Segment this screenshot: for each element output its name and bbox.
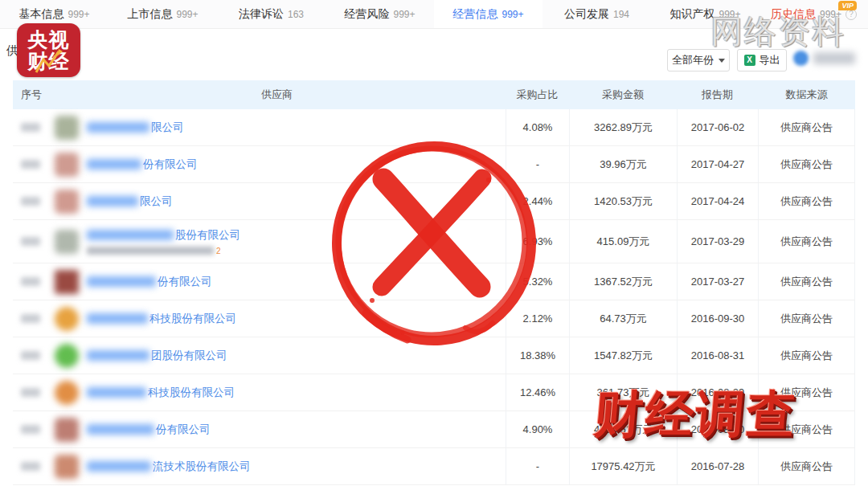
cctv-finance-logo: 央视 财经 [17, 23, 80, 77]
account-widget-blurred[interactable] [793, 51, 855, 66]
supplier-name-link[interactable]: 股份有限公司 [175, 228, 240, 243]
purchase-ratio-cell: 4.08% [506, 109, 569, 145]
tab-历史信息[interactable]: 历史信息 999+ VIP ? [760, 0, 868, 28]
index-blur [21, 123, 40, 132]
data-source-cell: 供应商公告 [758, 337, 855, 374]
company-logo-blurred [55, 270, 79, 294]
purchase-amount-cell: 1367.52万元 [569, 263, 677, 300]
tab-经营信息[interactable]: 经营信息 999+ [434, 0, 542, 28]
export-button[interactable]: X 导出 [737, 49, 787, 71]
row-logo [48, 230, 87, 254]
header-supplier: 供应商 [48, 88, 506, 102]
row-index-blurred [13, 351, 48, 360]
index-blur [21, 197, 40, 206]
tab-label: 上市信息 [127, 7, 172, 22]
report-period-cell: 2016-09-30 [677, 300, 758, 337]
tab-上市信息[interactable]: 上市信息 999+ [108, 0, 217, 28]
tab-bar: 基本信息 999+ 上市信息 999+ 法律诉讼 163 经营风险 999+ 经… [0, 0, 868, 29]
purchase-amount-cell: 3262.89万元 [569, 109, 677, 145]
table-row: 限公司 4.08% 3262.89万元 2017-06-02 供应商公告 [13, 109, 855, 146]
supplier-name-link[interactable]: 份有限公司 [158, 275, 212, 289]
supplier-name-link[interactable]: 科技股份有限公司 [149, 312, 236, 326]
table-row: 科技股份有限公司 2.12% 64.73万元 2016-09-30 供应商公告 [13, 300, 855, 337]
toolbar: 全部年份 X 导出 [0, 49, 868, 71]
report-period-cell: 2016-08-29 [677, 374, 758, 410]
tab-label: 历史信息 [771, 7, 816, 22]
index-blur [21, 277, 40, 286]
supplier-name-blur [87, 122, 149, 133]
purchase-ratio-cell: 18.38% [506, 337, 569, 374]
table-row: 限公司 2.44% 1420.53万元 2017-04-24 供应商公告 [13, 183, 855, 220]
report-period-cell: 2017-04-24 [677, 183, 758, 219]
supplier-name-link[interactable]: 限公司 [151, 120, 184, 135]
supplier-name-link[interactable]: 份有限公司 [143, 157, 198, 172]
supplier-name-cell: 科技股份有限公司 [87, 374, 506, 410]
data-source-cell: 供应商公告 [758, 374, 855, 410]
tab-法律诉讼[interactable]: 法律诉讼 163 [217, 0, 326, 28]
supplier-name-link[interactable]: 科技股份有限公司 [148, 386, 235, 400]
supplier-name-link[interactable]: 流技术股份有限公司 [153, 459, 251, 474]
supplier-name-blur [87, 159, 141, 169]
year-filter-dropdown[interactable]: 全部年份 [667, 49, 730, 71]
supplier-name-cell: 限公司 [87, 183, 506, 219]
header-index: 序号 [13, 88, 48, 102]
tab-label: 基本信息 [18, 7, 63, 22]
supplier-name-blur [87, 461, 151, 472]
supplier-name-cell: 流技术股份有限公司 [87, 448, 506, 484]
table-row: 科技股份有限公司 12.46% 361.73万元 2016-08-29 供应商公… [13, 374, 855, 411]
purchase-amount-cell: 415.09万元 [569, 220, 677, 263]
row-logo [48, 190, 87, 214]
supplier-name-cell: 科技股份有限公司 [87, 300, 506, 337]
supplier-table: 序号 供应商 采购占比 采购金额 报告期 数据来源 限公司 4.08% 3262… [13, 80, 855, 485]
company-logo-blurred [55, 307, 79, 331]
supplier-name-link[interactable]: 团股份有限公司 [151, 349, 227, 363]
report-period-cell: 2017-03-27 [677, 263, 758, 300]
company-logo-blurred [55, 230, 79, 254]
company-logo-blurred [55, 153, 79, 177]
purchase-ratio-cell: 4.90% [506, 411, 569, 447]
index-blur [21, 462, 40, 471]
year-filter-label: 全部年份 [672, 53, 714, 67]
vip-badge: VIP [838, 1, 857, 10]
row-index-blurred [13, 277, 48, 286]
supplier-name-blur [87, 276, 156, 287]
supplier-name-blur [87, 387, 146, 398]
table-row: 团股份有限公司 18.38% 1547.82万元 2016-08-31 供应商公… [13, 337, 855, 374]
index-blur [21, 314, 40, 323]
purchase-amount-cell: 39.96万元 [569, 146, 677, 182]
supplier-name-cell: 份有限公司 [87, 263, 506, 300]
supplier-name-blur [87, 196, 138, 206]
company-logo-blurred [55, 190, 79, 214]
table-row: 份有限公司 5.32% 1367.52万元 2017-03-27 供应商公告 [13, 263, 855, 300]
supplier-name-link[interactable]: 份有限公司 [156, 423, 211, 437]
supplier-name-cell: 股份有限公司 2 [87, 220, 506, 263]
table-row: 份有限公司 - 39.96万元 2017-04-27 供应商公告 [13, 146, 855, 183]
company-logo-blurred [55, 344, 79, 368]
tab-经营风险[interactable]: 经营风险 999+ [326, 0, 434, 28]
supplier-name-cell: 团股份有限公司 [87, 337, 506, 374]
supplier-name-blur [87, 424, 154, 435]
purchase-ratio-cell: - [506, 448, 569, 484]
tab-公司发展[interactable]: 公司发展 194 [542, 0, 651, 28]
index-blur [21, 237, 40, 246]
supplier-name-blur [87, 350, 149, 361]
data-source-cell: 供应商公告 [758, 300, 855, 337]
purchase-amount-cell: 64.73万元 [569, 300, 677, 337]
tab-知识产权[interactable]: 知识产权 999+ [651, 0, 760, 28]
row-logo [48, 153, 87, 177]
supplier-name-cell: 限公司 [87, 109, 506, 145]
tab-label: 知识产权 [669, 7, 714, 22]
data-source-cell: 供应商公告 [758, 146, 855, 182]
table-body: 限公司 4.08% 3262.89万元 2017-06-02 供应商公告 份有限… [13, 109, 855, 485]
index-blur [21, 160, 40, 169]
row-index-blurred [13, 160, 48, 169]
report-period-cell: 2017-04-27 [677, 146, 758, 182]
header-period: 报告期 [677, 88, 758, 102]
purchase-ratio-cell: 2.44% [506, 183, 569, 219]
tab-count: 999+ [393, 9, 415, 20]
supplier-name-link[interactable]: 限公司 [140, 194, 173, 209]
data-source-cell: 供应商公告 [758, 183, 855, 219]
data-source-cell: 供应商公告 [758, 411, 855, 447]
supplier-extra-line: 2 [87, 247, 506, 255]
company-logo-blurred [55, 455, 79, 479]
